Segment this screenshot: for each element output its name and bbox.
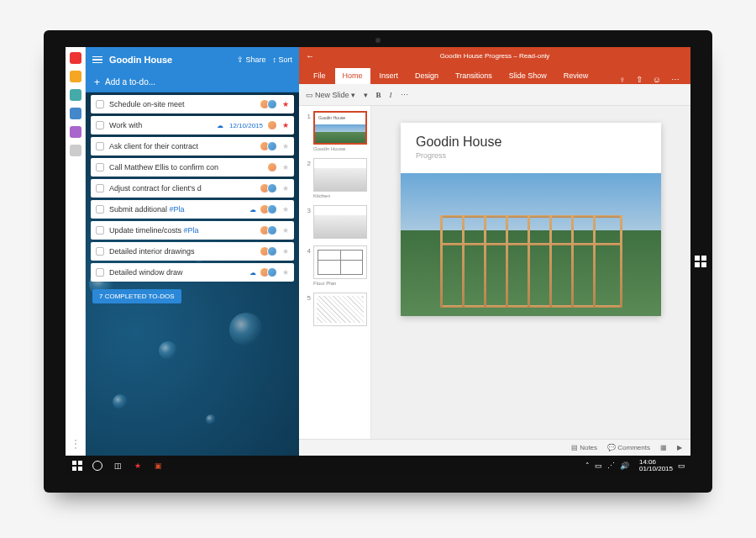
task-item[interactable]: Update timeline/costs #Pla ★ bbox=[91, 221, 294, 240]
windows-hw-button[interactable] bbox=[695, 256, 706, 267]
taskbar-app-powerpoint[interactable]: ▣ bbox=[151, 459, 165, 472]
star-icon[interactable]: ★ bbox=[282, 100, 289, 108]
wunderlist-header: Goodin House ⇪ Share ↕ Sort bbox=[86, 47, 299, 72]
nav-item-week[interactable] bbox=[70, 108, 81, 119]
checkbox-icon[interactable] bbox=[96, 205, 104, 214]
cortana-icon[interactable] bbox=[91, 459, 104, 472]
task-item[interactable]: Call Matthew Ellis to confirm con ★ bbox=[91, 158, 294, 177]
star-icon[interactable]: ★ bbox=[282, 163, 289, 171]
star-icon[interactable]: ★ bbox=[282, 268, 289, 277]
font-dropdown[interactable]: ▾ bbox=[364, 91, 368, 99]
slide-title: Goodin House bbox=[401, 123, 661, 151]
tray-up-icon[interactable]: ˄ bbox=[585, 462, 590, 470]
person-icon[interactable]: ☺ bbox=[648, 75, 665, 84]
assignee-avatars bbox=[270, 120, 277, 130]
task-item[interactable]: Schedule on-site meet ★ bbox=[91, 95, 294, 113]
ribbon-tab-transitions[interactable]: Transitions bbox=[448, 68, 500, 84]
screen: ⋮ Goodin House ⇪ Share ↕ Sort + Add a to… bbox=[66, 47, 690, 476]
assignee-avatars bbox=[262, 267, 277, 277]
list-title: Goodin House bbox=[109, 55, 237, 65]
checkbox-icon[interactable] bbox=[96, 226, 104, 235]
ppt-statusbar: ▤ Notes 💬 Comments ▦ ▶ bbox=[299, 439, 690, 456]
more-icon[interactable]: ⋯ bbox=[667, 75, 684, 84]
star-icon[interactable]: ★ bbox=[282, 205, 289, 214]
slide-thumb-5[interactable]: 5 bbox=[302, 293, 367, 326]
checkbox-icon[interactable] bbox=[96, 121, 104, 129]
more-formatting-icon[interactable]: ⋯ bbox=[401, 91, 408, 99]
task-label: Detailed interior drawings bbox=[109, 247, 259, 256]
cloud-icon: ☁ bbox=[249, 269, 256, 277]
slide-thumb-1[interactable]: 1Goodin HouseGoodin House bbox=[302, 111, 367, 151]
ribbon-tab-insert[interactable]: Insert bbox=[372, 68, 407, 84]
nav-item-completed[interactable] bbox=[70, 145, 81, 156]
view-normal-icon[interactable]: ▦ bbox=[660, 444, 667, 451]
clock[interactable]: 14:06 01/10/2015 bbox=[639, 459, 673, 472]
task-item[interactable]: Detailed interior drawings ★ bbox=[91, 242, 294, 261]
checkbox-icon[interactable] bbox=[96, 163, 104, 171]
task-item[interactable]: Adjust contract for client's d ★ bbox=[91, 179, 294, 198]
cloud-icon: ☁ bbox=[217, 122, 223, 129]
comments-button[interactable]: 💬 Comments bbox=[607, 444, 650, 451]
slide-stage: Goodin House Progress bbox=[371, 106, 690, 439]
task-item[interactable]: Work with ☁ 12/10/2015 ★ bbox=[91, 116, 294, 134]
star-icon[interactable]: ★ bbox=[282, 121, 289, 129]
taskview-icon[interactable]: ◫ bbox=[111, 459, 124, 472]
slide-thumb-4[interactable]: 4Floor Plan bbox=[302, 245, 367, 286]
action-center-icon[interactable]: ▭ bbox=[678, 462, 685, 470]
battery-icon[interactable]: ▭ bbox=[595, 462, 602, 470]
ribbon-tab-design[interactable]: Design bbox=[407, 68, 446, 84]
taskbar-app-wunderlist[interactable]: ★ bbox=[131, 459, 144, 472]
nav-item-starred[interactable] bbox=[70, 71, 81, 82]
volume-icon[interactable]: 🔊 bbox=[620, 462, 629, 470]
back-icon[interactable]: ← bbox=[306, 51, 314, 61]
task-label: Detailed window draw bbox=[109, 268, 249, 277]
task-item[interactable]: Submit additional #Pla ☁ ★ bbox=[91, 200, 294, 219]
sort-button[interactable]: ↕ Sort bbox=[272, 55, 292, 64]
slide-thumbnails: 1Goodin HouseGoodin House2Kitchen34Floor… bbox=[299, 106, 371, 439]
assignee-avatars bbox=[262, 99, 277, 109]
bold-button[interactable]: B bbox=[376, 91, 381, 99]
camera-dot bbox=[375, 38, 381, 43]
slide-thumb-3[interactable]: 3 bbox=[302, 205, 367, 239]
hamburger-icon[interactable] bbox=[92, 55, 102, 66]
nav-item-inbox[interactable] bbox=[70, 52, 81, 64]
italic-button[interactable]: I bbox=[390, 91, 392, 99]
task-label: Adjust contract for client's d bbox=[109, 184, 259, 193]
task-label: Update timeline/costs #Pla bbox=[109, 226, 259, 235]
share-icon[interactable]: ⇧ bbox=[632, 75, 647, 84]
wifi-icon[interactable]: ⋰ bbox=[607, 462, 615, 470]
checkbox-icon[interactable] bbox=[96, 142, 104, 150]
checkbox-icon[interactable] bbox=[96, 247, 104, 256]
checkbox-icon[interactable] bbox=[96, 100, 104, 108]
new-slide-button[interactable]: ▭ New Slide ▾ bbox=[306, 91, 355, 99]
star-icon[interactable]: ★ bbox=[282, 247, 289, 256]
ribbon-tab-file[interactable]: File bbox=[306, 68, 333, 84]
start-button[interactable] bbox=[71, 459, 84, 472]
star-icon[interactable]: ★ bbox=[282, 184, 289, 193]
lightbulb-icon[interactable]: ♀ bbox=[615, 75, 630, 84]
cloud-icon: ☁ bbox=[249, 206, 256, 214]
checkbox-icon[interactable] bbox=[96, 184, 104, 193]
view-slideshow-icon[interactable]: ▶ bbox=[677, 444, 682, 451]
nav-item-today[interactable] bbox=[70, 89, 81, 101]
system-tray: ˄ ▭ ⋰ 🔊 14:06 01/10/2015 ▭ bbox=[585, 459, 685, 472]
nav-item-all[interactable] bbox=[70, 126, 81, 138]
current-slide[interactable]: Goodin House Progress bbox=[401, 123, 661, 316]
task-label: Schedule on-site meet bbox=[109, 100, 259, 108]
ribbon-tab-review[interactable]: Review bbox=[556, 68, 596, 84]
nav-more-icon[interactable]: ⋮ bbox=[70, 437, 81, 451]
add-todo-input[interactable]: + Add a to-do... bbox=[86, 72, 299, 92]
ribbon-tab-home[interactable]: Home bbox=[335, 68, 370, 84]
assignee-avatars bbox=[262, 204, 277, 214]
task-item[interactable]: Detailed window draw ☁ ★ bbox=[91, 263, 294, 282]
task-item[interactable]: Ask client for their contract ★ bbox=[91, 137, 294, 156]
checkbox-icon[interactable] bbox=[96, 268, 104, 277]
star-icon[interactable]: ★ bbox=[282, 142, 289, 150]
tablet-frame: ⋮ Goodin House ⇪ Share ↕ Sort + Add a to… bbox=[44, 30, 712, 493]
completed-banner[interactable]: 7 COMPLETED TO-DOS bbox=[92, 289, 181, 303]
star-icon[interactable]: ★ bbox=[282, 226, 289, 235]
slide-thumb-2[interactable]: 2Kitchen bbox=[302, 158, 367, 198]
ribbon-tab-slide show[interactable]: Slide Show bbox=[501, 68, 554, 84]
share-button[interactable]: ⇪ Share bbox=[237, 55, 266, 64]
notes-button[interactable]: ▤ Notes bbox=[571, 444, 597, 451]
